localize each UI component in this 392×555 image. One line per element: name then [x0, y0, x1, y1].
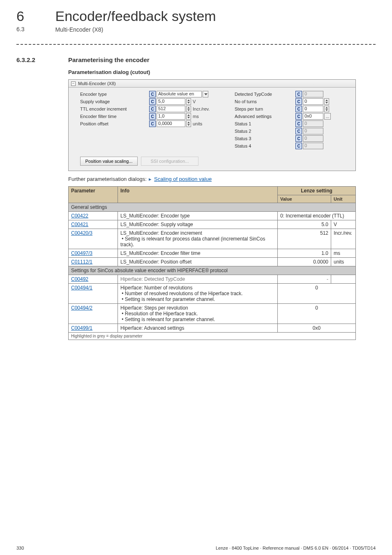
c-button[interactable]: C — [149, 98, 156, 105]
encoder-type-combobox[interactable]: Absolute value en — [157, 91, 202, 97]
param-code-link[interactable]: C00492 — [71, 276, 88, 282]
label-position-offset: Position offset — [80, 121, 138, 126]
scaling-of-position-value-link[interactable]: Scaling of position value — [154, 176, 212, 182]
chapter-title: Encoder/feedback system — [55, 8, 216, 24]
further-prefix: Further parameterisation dialogs: — [68, 176, 148, 182]
position-offset-field[interactable]: 0,0000 — [157, 120, 185, 127]
spinner-icon[interactable] — [186, 113, 191, 120]
status4-field: 0 — [303, 143, 323, 149]
label-status1: Status 1 — [235, 121, 284, 126]
c-button[interactable]: C — [149, 120, 156, 127]
col-info: Info — [118, 187, 278, 203]
param-info: LS_MultiEncoder: Position offset — [118, 258, 278, 266]
label-detected-typcode: Detected TypCode — [235, 92, 284, 97]
chevron-down-icon[interactable] — [203, 91, 208, 97]
label-status2: Status 2 — [235, 129, 284, 134]
no-of-turns-field[interactable]: 0 — [303, 98, 323, 105]
spinner-icon[interactable] — [186, 106, 191, 112]
param-info: LS_MultiEncoder: Encoder type — [118, 212, 278, 220]
doc-footer: Lenze · 8400 TopLine · Reference manual … — [216, 546, 376, 550]
position-value-scaling-button[interactable]: Position value scaling... — [80, 157, 138, 166]
param-unit: V — [331, 220, 356, 229]
param-info: LS_MultiEncoder: Encoder increment • Set… — [118, 229, 278, 249]
col-parameter: Parameter — [69, 187, 118, 203]
param-info: Hiperface: Advanced settings — [118, 324, 278, 333]
advanced-settings-field[interactable]: 0x0 — [303, 113, 323, 120]
filter-time-field[interactable]: 1,0 — [157, 113, 185, 120]
spinner-icon[interactable] — [324, 106, 329, 112]
label-ttl-increment: TTL encoder increment — [80, 106, 138, 111]
unit-label: ms — [193, 114, 199, 119]
param-code-link[interactable]: C00494/1 — [71, 285, 92, 291]
param-code-link[interactable]: C01112/1 — [71, 259, 92, 265]
ellipsis-button[interactable]: ... — [324, 113, 331, 120]
c-button[interactable]: C — [295, 120, 302, 127]
param-value: 5.0 — [278, 220, 331, 229]
label-steps-per-turn: Steps per turn — [235, 106, 284, 111]
c-button[interactable]: C — [295, 113, 302, 120]
param-info: Hiperface: Steps per revolution • Resolu… — [118, 304, 278, 324]
label-encoder-type: Encoder type — [80, 92, 138, 97]
param-code-link[interactable]: C00421 — [71, 222, 88, 227]
status1-field: 0 — [303, 120, 323, 127]
param-value: 512 — [278, 229, 331, 249]
section-number: 6.3 — [16, 26, 53, 32]
divider — [16, 44, 376, 45]
col-value: Value — [278, 195, 331, 203]
param-value: 0 — [278, 284, 356, 304]
spinner-icon[interactable] — [186, 120, 191, 127]
unit-label: Incr./rev. — [193, 106, 210, 111]
param-code-link[interactable]: C00497/3 — [71, 250, 92, 256]
table-section: General settings — [69, 203, 356, 212]
status3-field: 0 — [303, 135, 323, 142]
param-unit: Incr./rev. — [331, 229, 356, 249]
c-button[interactable]: C — [295, 135, 302, 142]
param-info: Hiperface: Detected TypCode — [118, 275, 278, 284]
chapter-number: 6 — [16, 8, 53, 24]
table-row: C00499/1Hiperface: Advanced settings0x0 — [69, 324, 356, 333]
param-unit: ms — [331, 249, 356, 258]
parameterisation-dialog-cutout: − Multi-Encoder (X8) Encoder type C Abso… — [68, 79, 356, 171]
c-button[interactable]: C — [295, 98, 302, 105]
c-button[interactable]: C — [295, 106, 302, 112]
parameter-table: Parameter Info Lenze setting Value Unit … — [68, 186, 356, 340]
c-button[interactable]: C — [295, 128, 302, 134]
param-unit — [331, 275, 356, 284]
page-number: 330 — [16, 546, 24, 550]
supply-voltage-field[interactable]: 5,0 — [157, 98, 185, 105]
param-info: LS_MultiEncoder: Encoder filter time — [118, 249, 278, 258]
dialog-caption: Parameterisation dialog (cutout) — [68, 69, 376, 75]
label-filter-time: Encoder filter time — [80, 114, 138, 119]
table-row: C00420/3LS_MultiEncoder: Encoder increme… — [69, 229, 356, 249]
param-code-link[interactable]: C00420/3 — [71, 230, 92, 236]
c-button[interactable]: C — [295, 143, 302, 149]
c-button[interactable]: C — [149, 113, 156, 120]
param-value: 1.0 — [278, 249, 331, 258]
label-status4: Status 4 — [235, 143, 284, 148]
tree-collapse-icon[interactable]: − — [71, 81, 76, 86]
param-code-link[interactable]: C00422 — [71, 213, 88, 219]
param-value: 0x0 — [278, 324, 356, 333]
c-button[interactable]: C — [149, 106, 156, 112]
param-code-link[interactable]: C00499/1 — [71, 325, 92, 331]
steps-per-turn-field[interactable]: 0 — [303, 106, 323, 112]
param-value: 0 — [278, 304, 356, 324]
c-button[interactable]: C — [149, 91, 156, 97]
unit-label: units — [193, 121, 202, 126]
param-code-link[interactable]: C00494/2 — [71, 305, 92, 311]
triangle-right-icon: ▸ — [149, 176, 152, 182]
col-unit: Unit — [331, 195, 356, 203]
spinner-icon[interactable] — [186, 98, 191, 105]
spinner-icon[interactable] — [324, 98, 329, 105]
detected-typcode-field: 0 — [303, 91, 323, 97]
table-row: C00497/3LS_MultiEncoder: Encoder filter … — [69, 249, 356, 258]
c-button[interactable]: C — [295, 91, 302, 97]
table-row: C00421LS_MultiEncoder: Supply voltage5.0… — [69, 220, 356, 229]
heading-number: 6.3.2.2 — [16, 56, 68, 63]
table-row: C01112/1LS_MultiEncoder: Position offset… — [69, 258, 356, 266]
ttl-increment-field[interactable]: 512 — [157, 106, 185, 112]
param-info: LS_MultiEncoder: Supply voltage — [118, 220, 278, 229]
table-footnote: Highlighted in grey = display parameter — [69, 333, 356, 340]
status2-field: 0 — [303, 128, 323, 134]
unit-label: V — [193, 99, 196, 104]
